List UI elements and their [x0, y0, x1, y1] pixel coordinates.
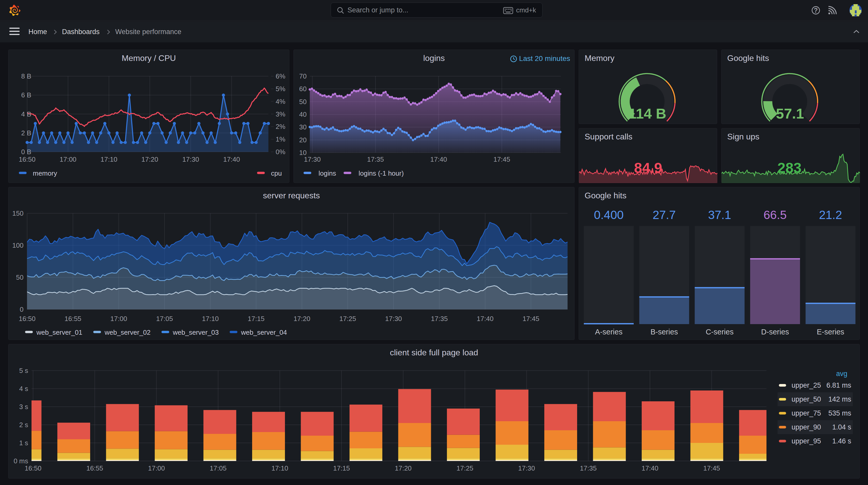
svg-text:D-series: D-series [761, 328, 789, 336]
svg-text:0 B: 0 B [21, 148, 31, 156]
svg-text:70: 70 [299, 72, 307, 80]
svg-text:17:20: 17:20 [293, 315, 310, 323]
svg-text:web_server_03: web_server_03 [173, 328, 219, 336]
svg-text:50: 50 [299, 98, 307, 106]
svg-text:17:40: 17:40 [476, 315, 493, 323]
svg-text:30: 30 [299, 123, 307, 131]
svg-text:17:35: 17:35 [367, 156, 384, 163]
svg-text:4 B: 4 B [21, 110, 31, 118]
svg-text:0%: 0% [276, 148, 285, 156]
svg-text:6.81 ms: 6.81 ms [827, 382, 851, 389]
svg-text:17:20: 17:20 [141, 156, 158, 163]
svg-text:upper_25: upper_25 [792, 382, 821, 389]
svg-text:1%: 1% [276, 135, 285, 143]
svg-text:upper_95: upper_95 [792, 437, 821, 445]
svg-text:535 ms: 535 ms [828, 409, 851, 417]
svg-text:1.04 s: 1.04 s [832, 423, 851, 431]
svg-text:17:30: 17:30 [518, 464, 535, 472]
svg-text:2 s: 2 s [19, 421, 28, 429]
svg-text:0: 0 [20, 305, 24, 313]
svg-text:17:10: 17:10 [202, 315, 219, 323]
svg-text:17:10: 17:10 [100, 156, 117, 163]
svg-text:114 B: 114 B [628, 105, 666, 122]
svg-text:17:35: 17:35 [431, 315, 448, 323]
svg-text:21.2: 21.2 [819, 208, 842, 222]
svg-text:E-series: E-series [817, 328, 844, 336]
svg-text:17:10: 17:10 [272, 464, 288, 472]
svg-text:17:00: 17:00 [110, 315, 127, 323]
svg-text:57.1: 57.1 [776, 105, 804, 122]
svg-text:37.1: 37.1 [708, 208, 731, 222]
svg-text:17:00: 17:00 [148, 464, 165, 472]
svg-text:memory: memory [33, 169, 57, 177]
svg-text:B-series: B-series [650, 328, 678, 336]
svg-text:5 s: 5 s [19, 367, 28, 375]
svg-text:4%: 4% [276, 98, 285, 105]
svg-text:web_server_01: web_server_01 [36, 328, 83, 336]
svg-text:17:25: 17:25 [339, 315, 356, 323]
svg-text:40: 40 [299, 110, 307, 118]
svg-text:60: 60 [299, 85, 307, 93]
svg-text:17:45: 17:45 [703, 464, 720, 472]
svg-text:17:30: 17:30 [385, 315, 402, 323]
svg-text:16:50: 16:50 [25, 464, 41, 472]
svg-text:3 s: 3 s [19, 403, 28, 411]
svg-text:2%: 2% [276, 123, 285, 130]
svg-text:142 ms: 142 ms [828, 395, 851, 403]
svg-text:50: 50 [16, 273, 24, 281]
svg-text:6%: 6% [276, 72, 285, 80]
svg-text:logins: logins [318, 169, 336, 177]
svg-text:17:45: 17:45 [493, 156, 510, 163]
svg-text:17:40: 17:40 [430, 156, 447, 163]
svg-text:5%: 5% [276, 85, 285, 93]
svg-text:logins (-1 hour): logins (-1 hour) [359, 169, 404, 177]
svg-text:16:55: 16:55 [65, 315, 82, 323]
svg-text:web_server_04: web_server_04 [241, 328, 287, 336]
svg-text:17:40: 17:40 [642, 464, 658, 472]
svg-text:17:20: 17:20 [395, 464, 411, 472]
svg-text:1 s: 1 s [19, 439, 28, 447]
svg-text:27.7: 27.7 [653, 208, 676, 222]
svg-text:17:15: 17:15 [248, 315, 265, 323]
svg-text:cpu: cpu [271, 169, 282, 177]
svg-text:150: 150 [12, 209, 24, 217]
svg-text:upper_50: upper_50 [792, 395, 821, 403]
svg-text:0 ms: 0 ms [14, 457, 28, 465]
svg-text:16:50: 16:50 [19, 156, 35, 163]
svg-text:17:35: 17:35 [580, 464, 597, 472]
svg-text:8 B: 8 B [21, 72, 31, 80]
svg-text:17:40: 17:40 [223, 156, 240, 163]
svg-text:2 B: 2 B [21, 129, 31, 137]
svg-text:17:30: 17:30 [182, 156, 199, 163]
svg-text:4 s: 4 s [19, 385, 28, 392]
svg-text:16:50: 16:50 [19, 315, 35, 323]
svg-text:17:30: 17:30 [304, 156, 320, 163]
svg-text:100: 100 [12, 241, 24, 249]
svg-text:17:05: 17:05 [210, 464, 226, 472]
svg-text:16:55: 16:55 [86, 464, 103, 472]
svg-text:web_server_02: web_server_02 [104, 328, 151, 336]
svg-text:upper_75: upper_75 [792, 409, 821, 417]
svg-text:17:25: 17:25 [457, 464, 473, 472]
svg-text:1.46 s: 1.46 s [832, 437, 851, 445]
svg-text:20: 20 [299, 136, 307, 144]
svg-text:283: 283 [777, 160, 801, 176]
svg-text:17:45: 17:45 [523, 315, 539, 323]
svg-text:upper_90: upper_90 [792, 423, 821, 431]
svg-text:3%: 3% [276, 110, 285, 118]
svg-text:66.5: 66.5 [764, 208, 787, 222]
svg-text:6 B: 6 B [21, 91, 31, 99]
svg-text:0.400: 0.400 [594, 208, 624, 222]
svg-text:avg: avg [836, 370, 847, 378]
svg-text:17:00: 17:00 [60, 156, 76, 163]
svg-text:17:05: 17:05 [156, 315, 173, 323]
svg-text:84.9: 84.9 [634, 160, 662, 176]
svg-text:?: ? [814, 7, 817, 14]
svg-text:17:15: 17:15 [333, 464, 350, 472]
svg-text:C-series: C-series [706, 328, 734, 336]
svg-text:A-series: A-series [595, 328, 622, 336]
